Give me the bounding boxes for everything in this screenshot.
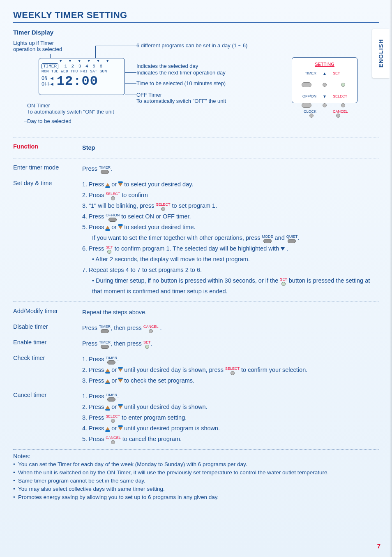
text: , then press	[111, 325, 142, 331]
remote-clock-button[interactable]	[309, 114, 314, 118]
timer-label: TIMER	[106, 356, 117, 360]
quiet-button-icon	[288, 239, 296, 243]
down-icon	[118, 406, 122, 409]
row-enable-timer: Enable timer Press TIMER, then press SET…	[13, 336, 379, 351]
text: 2. Press	[82, 404, 104, 410]
text: • During timer setup, if no button is pr…	[92, 277, 278, 284]
callout-off-timer-text: To automatically switch "OFF" the unit	[136, 98, 226, 104]
page-title: WEEKLY TIMER SETTING	[13, 10, 379, 23]
callout-selected-day: Indicates the selected day	[136, 63, 198, 69]
mode-label: MODE	[262, 234, 273, 239]
leader-line	[24, 121, 27, 121]
quiet-label: QUIET	[286, 234, 298, 239]
text: or	[111, 224, 117, 230]
text: 7. Repeat steps 4 to 7 to set programs 2…	[82, 265, 379, 275]
remote-cancel-label: CANCEL	[332, 109, 354, 114]
remote-select-button[interactable]	[341, 103, 345, 107]
remote-center-down[interactable]	[319, 103, 330, 107]
down-triangle-icon	[281, 247, 285, 251]
remote-setting-panel: SETTING TIMER ▲ SET OFF/ON ▼ SELECT CLOC…	[292, 57, 357, 103]
callout-6-programs: 6 different programs can be set in a day…	[136, 42, 247, 49]
select-button-icon	[231, 371, 235, 375]
lcd-off-indicator: OFF◀	[42, 81, 53, 87]
callout-next-day: Indicates the next timer operation day	[136, 70, 226, 76]
text: If you want to set the timer together wi…	[92, 234, 260, 241]
row-set-day-time: Set day & time 1. Press or to select you…	[13, 176, 379, 299]
step-cancel-timer: 1. Press TIMER. 2. Press or until your d…	[82, 391, 379, 444]
leader-line	[125, 95, 136, 95]
text: Press	[82, 325, 97, 331]
remote-offon-button[interactable]	[302, 103, 311, 108]
cancel-label: CANCEL	[143, 325, 159, 329]
leader-line	[125, 72, 136, 73]
text: 1. Press	[82, 393, 104, 399]
text: to select ON or OFF timer.	[121, 213, 191, 220]
text: • After 2 seconds, the display will move…	[82, 254, 379, 265]
remote-cancel-button[interactable]	[336, 114, 340, 118]
down-icon	[118, 427, 122, 430]
text: 4. Press	[82, 425, 104, 432]
text: , then press	[111, 340, 142, 347]
label-set-day-time: Set day & time	[13, 179, 82, 186]
text: to select your desired time.	[124, 224, 195, 230]
divider	[13, 302, 379, 302]
text: 6. Press	[82, 245, 104, 252]
up-icon	[106, 406, 110, 409]
text: or	[111, 425, 117, 432]
timer-label: TIMER	[99, 340, 111, 344]
down-icon	[118, 226, 122, 229]
note-item: You can set the Timer for each day of th…	[13, 460, 379, 469]
section-subtitle: Timer Display	[13, 29, 379, 36]
text: to confirm program 1. The selected day w…	[115, 245, 279, 252]
text: 1. Press	[82, 181, 104, 188]
remote-select-label: SELECT	[332, 94, 354, 98]
remote-up-icon: ▲	[319, 71, 330, 76]
select-label: SELECT	[156, 202, 171, 207]
remote-timer-label: TIMER	[295, 71, 317, 75]
remote-set-label: SET	[332, 71, 354, 75]
callout-on-timer-title: ON Timer	[27, 102, 50, 109]
row-enter-timer: Enter timer mode Press TIMER.	[13, 161, 379, 176]
leader-line	[125, 83, 136, 84]
set-button-icon	[145, 345, 149, 349]
set-label: SET	[280, 277, 287, 281]
text: to check the set programs.	[124, 377, 194, 384]
timer-button-icon	[107, 360, 115, 364]
text: or	[111, 377, 117, 384]
text: to confirm your selection.	[241, 367, 307, 373]
note-item: Promotes energy saving by allowing you t…	[13, 493, 379, 501]
text: until your desired day is shown, press	[124, 367, 224, 373]
leader-line	[24, 71, 24, 121]
text: 5. Press	[82, 436, 104, 442]
remote-down-icon: ▼	[319, 94, 330, 99]
note-item: You may also select collective days with…	[13, 485, 379, 493]
timer-button-icon	[101, 170, 109, 174]
select-label: SELECT	[106, 414, 120, 418]
callout-day-select: Day to be selected	[27, 118, 71, 124]
text: 3. Press	[82, 414, 104, 421]
callout-time-step: Time to be selected (10 minutes step)	[136, 80, 226, 86]
remote-timer-button[interactable]	[302, 82, 311, 87]
offon-label: OFF/ON	[106, 213, 120, 217]
up-icon	[106, 226, 110, 229]
text: 2. Press	[82, 367, 104, 373]
leader-line	[125, 66, 136, 66]
remote-title: SETTING	[295, 62, 354, 67]
label-enter-timer: Enter timer mode	[13, 163, 82, 171]
label-enable-timer: Enable timer	[13, 338, 82, 346]
remote-set-button[interactable]	[341, 83, 345, 87]
select-button-icon	[111, 419, 115, 423]
row-check-timer: Check timer 1. Press TIMER. 2. Press or …	[13, 351, 379, 388]
lcd-days-row: MON TUE WED THU FRI SAT SUN	[42, 69, 122, 74]
text: 1. Press	[82, 356, 104, 362]
remote-center-up[interactable]	[319, 83, 330, 87]
set-button-icon	[281, 282, 286, 286]
leader-line	[95, 46, 136, 46]
step-enter-timer: Press TIMER.	[82, 163, 379, 174]
text: or	[111, 367, 117, 373]
text: 2. Press	[82, 192, 104, 198]
step-enable-timer: Press TIMER, then press SET.	[82, 338, 379, 349]
down-icon	[118, 379, 122, 383]
down-icon	[118, 369, 122, 372]
set-button-icon	[107, 250, 111, 254]
